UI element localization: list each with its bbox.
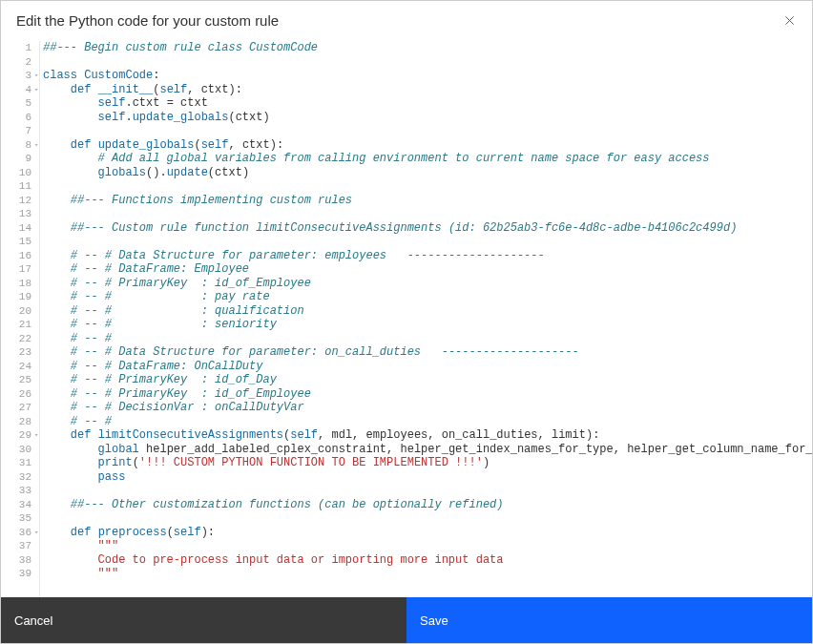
line-number: 11 [1, 179, 31, 194]
line-number: 9 [1, 152, 31, 166]
code-line[interactable]: # -- # PrimaryKey : id_of_Employee [43, 387, 812, 402]
line-number: 23 [1, 345, 31, 360]
line-number: 32 [1, 470, 31, 485]
line-number: 18 [1, 277, 31, 291]
line-number: 34 [1, 498, 31, 512]
cancel-button-label: Cancel [14, 613, 52, 628]
code-line[interactable]: self.update_globals(ctxt) [43, 111, 812, 125]
close-button[interactable] [782, 13, 797, 29]
line-number: 14 [1, 221, 31, 236]
line-number: 16 [1, 249, 31, 263]
code-line[interactable]: # -- # Data Structure for parameter: emp… [43, 249, 812, 263]
code-line[interactable]: # -- # [43, 415, 812, 429]
line-number: 12 [1, 194, 31, 208]
code-line[interactable] [43, 484, 812, 498]
code-line[interactable]: ##--- Custom rule function limitConsecut… [43, 221, 812, 236]
line-number: 4 [1, 83, 31, 97]
code-line[interactable]: ##--- Begin custom rule class CustomCode [43, 41, 812, 55]
code-line[interactable]: ##--- Functions implementing custom rule… [43, 194, 812, 208]
code-line[interactable]: # -- # : seniority [43, 318, 812, 332]
code-line[interactable] [43, 55, 812, 70]
code-line[interactable]: def preprocess(self): [43, 526, 812, 540]
line-number: 27 [1, 401, 31, 415]
line-number: 2 [1, 55, 31, 70]
line-number: 24 [1, 360, 31, 374]
line-number: 7 [1, 124, 31, 138]
line-number: 10 [1, 166, 31, 180]
line-number-gutter: 1234567891011121314151617181920212223242… [1, 41, 39, 597]
code-line[interactable]: # -- # : pay rate [43, 290, 812, 304]
line-number: 39 [1, 567, 31, 581]
modal-title: Edit the Python code for your custom rul… [16, 12, 279, 29]
code-line[interactable]: """ [43, 539, 812, 553]
line-number: 13 [1, 207, 31, 221]
line-number: 17 [1, 262, 31, 277]
code-line[interactable]: # -- # DataFrame: OnCallDuty [43, 360, 812, 374]
code-line[interactable]: # -- # DecisionVar : onCallDutyVar [43, 401, 812, 415]
line-number: 35 [1, 511, 31, 526]
code-line[interactable]: Code to pre-process input data or import… [43, 553, 812, 568]
line-number: 37 [1, 539, 31, 553]
line-number: 19 [1, 290, 31, 304]
line-number: 26 [1, 387, 31, 402]
code-line[interactable]: def update_globals(self, ctxt): [43, 138, 812, 153]
code-line[interactable]: # -- # [43, 332, 812, 346]
line-number: 20 [1, 304, 31, 319]
code-line[interactable]: # Add all global variables from calling … [43, 152, 812, 166]
line-number: 22 [1, 332, 31, 346]
line-number: 5 [1, 96, 31, 111]
code-line[interactable] [43, 124, 812, 138]
code-line[interactable]: # -- # : qualification [43, 304, 812, 319]
code-line[interactable] [43, 179, 812, 194]
line-number: 8 [1, 138, 31, 153]
line-number: 3 [1, 69, 31, 83]
code-line[interactable]: # -- # PrimaryKey : id_of_Employee [43, 277, 812, 291]
code-line[interactable]: # -- # DataFrame: Employee [43, 262, 812, 277]
code-content[interactable]: ##--- Begin custom rule class CustomCode… [39, 41, 812, 597]
code-line[interactable]: ##--- Other customization functions (can… [43, 498, 812, 512]
line-number: 15 [1, 235, 31, 249]
line-number: 1 [1, 41, 31, 55]
code-line[interactable]: globals().update(ctxt) [43, 166, 812, 180]
line-number: 33 [1, 484, 31, 498]
cancel-button[interactable]: Cancel [1, 597, 406, 643]
line-number: 36 [1, 526, 31, 540]
code-line[interactable]: # -- # PrimaryKey : id_of_Day [43, 373, 812, 387]
code-line[interactable] [43, 511, 812, 526]
code-line[interactable]: def __init__(self, ctxt): [43, 83, 812, 97]
modal-header: Edit the Python code for your custom rul… [1, 1, 812, 40]
code-line[interactable]: # -- # Data Structure for parameter: on_… [43, 345, 812, 360]
line-number: 25 [1, 373, 31, 387]
code-line[interactable] [43, 207, 812, 221]
line-number: 21 [1, 318, 31, 332]
line-number: 6 [1, 111, 31, 125]
modal-edit-code: Edit the Python code for your custom rul… [1, 1, 812, 643]
line-number: 29 [1, 428, 31, 443]
code-line[interactable]: class CustomCode: [43, 69, 812, 83]
code-line[interactable]: self.ctxt = ctxt [43, 96, 812, 111]
modal-footer: Cancel Save [1, 597, 812, 643]
code-editor[interactable]: 1234567891011121314151617181920212223242… [1, 40, 812, 597]
line-number: 30 [1, 443, 31, 457]
code-line[interactable]: pass [43, 470, 812, 485]
code-line[interactable]: global helper_add_labeled_cplex_constrai… [43, 443, 812, 457]
save-button-label: Save [420, 613, 448, 628]
line-number: 38 [1, 553, 31, 568]
code-line[interactable]: def limitConsecutiveAssignments(self, md… [43, 428, 812, 443]
code-line[interactable]: print('!!! CUSTOM PYTHON FUNCTION TO BE … [43, 456, 812, 470]
code-line[interactable]: """ [43, 567, 812, 581]
line-number: 31 [1, 456, 31, 470]
close-icon [784, 15, 795, 26]
code-line[interactable] [43, 235, 812, 249]
line-number: 28 [1, 415, 31, 429]
save-button[interactable]: Save [406, 597, 812, 643]
